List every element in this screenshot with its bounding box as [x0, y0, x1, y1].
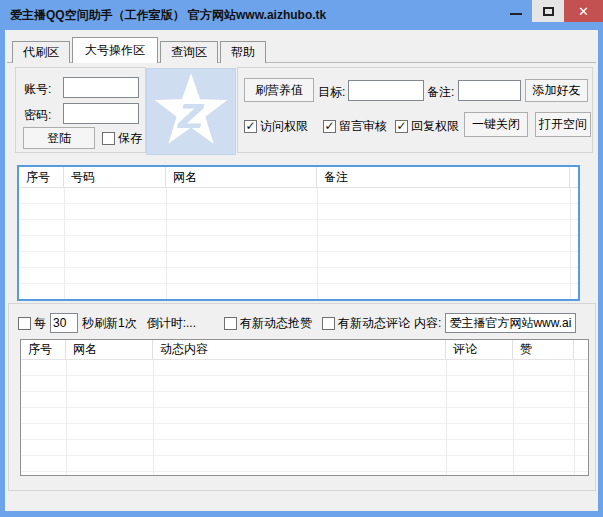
- remark-label: 备注:: [427, 84, 454, 101]
- column-divider: [570, 188, 571, 299]
- feed-table[interactable]: 序号 网名 动态内容 评论 赞: [20, 339, 589, 476]
- qzone-z-letter: z: [146, 91, 236, 135]
- tab-daishua[interactable]: 代刷区: [12, 41, 70, 63]
- access-permission-checkbox[interactable]: ✓ 访问权限: [244, 118, 308, 135]
- auto-refresh-checkbox[interactable]: 每: [18, 315, 46, 332]
- checkbox-icon: [102, 132, 115, 145]
- close-all-button[interactable]: 一键关闭: [464, 112, 528, 137]
- column-header[interactable]: 动态内容: [153, 340, 446, 359]
- column-header[interactable]: 评论: [446, 340, 513, 359]
- account-input[interactable]: [63, 77, 139, 98]
- feed-table-body[interactable]: [21, 360, 588, 475]
- qzone-logo: z: [146, 68, 236, 155]
- column-divider: [446, 360, 447, 475]
- save-checkbox[interactable]: 保存: [102, 130, 142, 147]
- minimize-button[interactable]: [500, 0, 532, 22]
- tab-page-content: 账号: 密码: 登陆 保存 z 刷营养值: [5, 62, 598, 511]
- column-header[interactable]: 网名: [166, 167, 317, 187]
- save-checkbox-label: 保存: [118, 130, 142, 147]
- close-icon: ✕: [578, 4, 589, 19]
- accounts-table[interactable]: 序号 号码 网名 备注: [17, 165, 580, 301]
- target-label: 目标:: [318, 84, 345, 101]
- auto-comment-label: 有新动态评论: [338, 315, 410, 332]
- checkbox-checked-icon: ✓: [244, 120, 257, 133]
- content-label: 内容:: [414, 315, 441, 332]
- column-header-label: 赞: [520, 341, 532, 358]
- checkbox-icon: [322, 317, 335, 330]
- tab-strip: 代刷区 大号操作区 查询区 帮助: [12, 37, 266, 63]
- message-review-checkbox[interactable]: ✓ 留言审核: [323, 118, 387, 135]
- column-divider: [513, 360, 514, 475]
- maximize-icon: [543, 7, 554, 16]
- column-header-label: 网名: [73, 341, 97, 358]
- column-header[interactable]: 网名: [66, 340, 153, 359]
- checkbox-icon: [224, 317, 237, 330]
- password-input[interactable]: [63, 103, 139, 124]
- tab-label: 代刷区: [23, 44, 59, 61]
- tab-label: 查询区: [171, 44, 207, 61]
- boost-nutrition-button[interactable]: 刷营养值: [244, 78, 314, 102]
- column-header[interactable]: 号码: [64, 167, 166, 187]
- feed-monitor-group: 每 秒刷新1次 倒计时:... 有新动态抢赞: [8, 303, 596, 491]
- refresh-interval-input[interactable]: [50, 313, 78, 333]
- reply-permission-label: 回复权限: [411, 118, 459, 135]
- add-friend-button-label: 添加好友: [533, 82, 581, 99]
- access-permission-label: 访问权限: [260, 118, 308, 135]
- login-button[interactable]: 登陆: [23, 127, 95, 149]
- column-header-label: 评论: [453, 341, 477, 358]
- countdown-label: 倒计时:...: [147, 315, 196, 332]
- target-input[interactable]: [348, 80, 424, 101]
- checkbox-checked-icon: ✓: [323, 120, 336, 133]
- grab-like-checkbox[interactable]: 有新动态抢赞: [224, 315, 312, 332]
- column-divider: [574, 360, 575, 475]
- column-header-label: 动态内容: [160, 341, 208, 358]
- open-space-button-label: 打开空间: [539, 116, 587, 133]
- auto-comment-checkbox[interactable]: 有新动态评论: [322, 315, 410, 332]
- column-header-label: 序号: [28, 341, 52, 358]
- login-button-label: 登陆: [47, 130, 71, 147]
- column-header-label: 序号: [26, 169, 50, 186]
- column-divider: [153, 360, 154, 475]
- reply-permission-checkbox[interactable]: ✓ 回复权限: [395, 118, 459, 135]
- accounts-table-header: 序号 号码 网名 备注: [19, 167, 578, 188]
- column-divider: [317, 188, 318, 299]
- column-divider: [166, 188, 167, 299]
- monitor-controls-row: 每 秒刷新1次 倒计时:... 有新动态抢赞: [18, 312, 576, 334]
- column-header[interactable]: 备注: [317, 167, 570, 187]
- column-header[interactable]: 序号: [19, 167, 64, 187]
- close-all-button-label: 一键关闭: [472, 116, 520, 133]
- maximize-button[interactable]: [532, 0, 564, 22]
- client-area: 代刷区 大号操作区 查询区 帮助 账号: 密码: 登陆 保存: [5, 30, 598, 511]
- actions-group: 刷营养值 目标: 备注: 添加好友 ✓ 访问权限 ✓ 留言审核 ✓: [237, 67, 593, 153]
- tab-help[interactable]: 帮助: [220, 41, 266, 63]
- checkbox-checked-icon: ✓: [395, 120, 408, 133]
- checkbox-icon: [18, 317, 31, 330]
- column-divider: [64, 188, 65, 299]
- tab-label: 帮助: [231, 44, 255, 61]
- app-window: 爱主播QQ空间助手（工作室版） 官方网站www.aizhubo.tk ✕ 代刷区…: [0, 0, 603, 517]
- minimize-icon: [510, 13, 522, 15]
- tab-label: 大号操作区: [85, 42, 145, 59]
- account-label: 账号:: [24, 81, 51, 98]
- title-bar: 爱主播QQ空间助手（工作室版） 官方网站www.aizhubo.tk ✕: [0, 0, 603, 30]
- column-header[interactable]: 序号: [21, 340, 66, 359]
- feed-table-header: 序号 网名 动态内容 评论 赞: [21, 340, 588, 360]
- tab-query[interactable]: 查询区: [160, 41, 218, 63]
- message-review-label: 留言审核: [339, 118, 387, 135]
- accounts-table-body[interactable]: [19, 188, 578, 299]
- remark-input[interactable]: [458, 80, 521, 101]
- add-friend-button[interactable]: 添加好友: [525, 79, 588, 102]
- window-title: 爱主播QQ空间助手（工作室版） 官方网站www.aizhubo.tk: [10, 7, 326, 24]
- comment-content-input[interactable]: [445, 313, 576, 333]
- column-header[interactable]: 赞: [513, 340, 574, 359]
- grab-like-label: 有新动态抢赞: [240, 315, 312, 332]
- column-header-filler: [574, 340, 588, 359]
- password-label: 密码:: [24, 107, 51, 124]
- column-header-label: 号码: [71, 169, 95, 186]
- open-space-button[interactable]: 打开空间: [535, 112, 591, 137]
- column-header-label: 备注: [324, 169, 348, 186]
- close-button[interactable]: ✕: [564, 0, 603, 22]
- tab-main-operations[interactable]: 大号操作区: [72, 37, 158, 63]
- every-label: 每: [34, 315, 46, 332]
- column-header-filler: [570, 167, 578, 187]
